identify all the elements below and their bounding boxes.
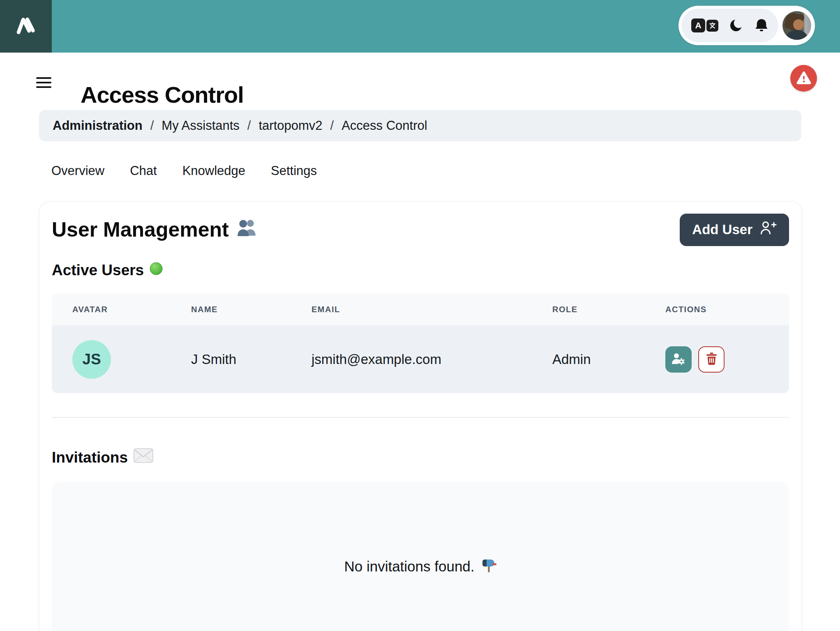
card-header: User Management Add User (52, 213, 789, 246)
header-toolbar: A (678, 6, 815, 45)
tab-knowledge[interactable]: Knowledge (182, 164, 245, 178)
user-management-title: User Management (52, 218, 258, 242)
empty-state-text: No invitations found. (344, 558, 474, 575)
person-plus-icon (759, 220, 777, 239)
hamburger-icon (36, 77, 51, 79)
moon-icon (729, 18, 744, 34)
delete-user-button[interactable] (698, 346, 725, 373)
add-user-button[interactable]: Add User (680, 214, 789, 246)
header-icon-group: A (681, 9, 778, 42)
user-gear-icon (671, 352, 686, 367)
invitations-empty-state: No invitations found. (52, 482, 789, 631)
app-logo-icon (10, 10, 42, 43)
translate-button[interactable]: A (691, 18, 718, 32)
table-row: JS J Smith jsmith@example.com Admin (52, 325, 789, 393)
cell-role: Admin (552, 352, 665, 367)
breadcrumb-separator: / (330, 118, 334, 133)
tab-settings[interactable]: Settings (271, 164, 317, 178)
column-actions: ACTIONS (665, 305, 789, 314)
trash-icon (705, 352, 718, 367)
page-title: Access Control (81, 81, 244, 108)
alert-badge[interactable] (790, 65, 817, 92)
row-actions (665, 346, 789, 373)
user-management-card: User Management Add User (39, 201, 802, 631)
tab-chat[interactable]: Chat (130, 164, 157, 178)
notifications-button[interactable] (755, 18, 768, 34)
table-header-row: AVATAR NAME EMAIL ROLE ACTIONS (52, 293, 789, 325)
dark-mode-button[interactable] (729, 18, 744, 34)
envelope-emoji (134, 448, 153, 467)
user-management-title-text: User Management (52, 218, 229, 242)
cell-name: J Smith (191, 352, 312, 367)
breadcrumb-assistant[interactable]: tartopomv2 (258, 118, 322, 133)
column-role: ROLE (552, 305, 665, 314)
tab-bar: Overview Chat Knowledge Settings (51, 164, 317, 178)
app-logo[interactable] (0, 0, 52, 53)
translate-icon: A (691, 18, 718, 32)
breadcrumb-access-control[interactable]: Access Control (342, 118, 427, 133)
green-circle-emoji (150, 262, 163, 279)
translate-cjk-glyph (706, 20, 718, 32)
column-email: EMAIL (312, 305, 552, 314)
row-avatar: JS (72, 340, 111, 379)
menu-button[interactable] (36, 77, 51, 88)
empty-state-message: No invitations found. (344, 557, 496, 576)
breadcrumb: Administration / My Assistants / tartopo… (39, 110, 801, 141)
active-users-table: AVATAR NAME EMAIL ROLE ACTIONS JS J Smit… (52, 293, 789, 393)
user-avatar[interactable] (782, 11, 811, 40)
warning-triangle-icon (796, 71, 811, 86)
active-users-title: Active Users (52, 262, 789, 279)
bell-icon (755, 18, 768, 34)
invitations-title-text: Invitations (52, 449, 128, 466)
breadcrumb-separator: / (150, 118, 154, 133)
section-divider (52, 417, 789, 418)
invitations-title: Invitations (52, 448, 789, 467)
cell-email: jsmith@example.com (312, 352, 552, 367)
busts-in-silhouette-emoji (236, 218, 258, 242)
breadcrumb-my-assistants[interactable]: My Assistants (162, 118, 240, 133)
breadcrumb-administration[interactable]: Administration (53, 118, 143, 133)
avatar-initials: JS (82, 351, 101, 368)
active-users-title-text: Active Users (52, 262, 144, 279)
manage-user-button[interactable] (665, 346, 692, 373)
tab-overview[interactable]: Overview (51, 164, 104, 178)
breadcrumb-separator: / (247, 118, 251, 133)
column-avatar: AVATAR (72, 305, 191, 314)
closed-mailbox-emoji (480, 557, 497, 576)
translate-letter: A (691, 18, 705, 32)
column-name: NAME (191, 305, 312, 314)
access-control-page: A (0, 0, 840, 631)
add-user-label: Add User (692, 222, 752, 237)
app-header: A (0, 0, 840, 53)
